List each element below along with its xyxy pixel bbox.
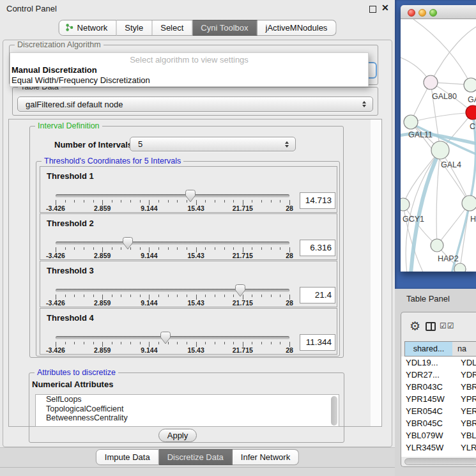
gal11-node[interactable] xyxy=(404,115,418,129)
horizontal-scrollbar-thumb[interactable] xyxy=(404,458,476,465)
slider-tick xyxy=(233,342,234,344)
algorithm-option-manual-discretization[interactable]: Manual Discretization xyxy=(10,65,368,75)
slider-tick-label: -3.426 xyxy=(46,299,65,307)
slider-thumb[interactable] xyxy=(160,332,171,344)
cell-shared-name: YDR27... xyxy=(406,370,440,380)
cell-shared-name: YLR345W xyxy=(406,443,443,452)
attribute-list-item[interactable]: SelfLoops xyxy=(36,395,339,404)
table-panel-title: Table Panel xyxy=(406,294,450,303)
table-row[interactable]: YIL052CYIL0 xyxy=(404,454,476,457)
tab-cyni-toolbox[interactable]: Cyni Toolbox xyxy=(192,20,257,36)
node-label-hap2: HAP2 xyxy=(438,254,459,263)
algorithm-option-equal-width-frequency-discretization[interactable]: Equal Width/Frequency Discretization xyxy=(10,75,368,85)
threshold-label: Threshold 1 xyxy=(47,171,94,181)
tab-label: Infer Network xyxy=(241,452,290,462)
threshold-value-field[interactable]: 11.344 xyxy=(300,334,335,351)
apply-button[interactable]: Apply xyxy=(158,429,197,442)
zoom-traffic-light-icon[interactable] xyxy=(429,9,437,17)
gear-icon[interactable]: ⚙ xyxy=(410,319,420,334)
table-data-combobox[interactable]: galFiltered.sif default node xyxy=(17,96,373,112)
float-window-icon[interactable] xyxy=(369,6,376,13)
minimize-traffic-light-icon[interactable] xyxy=(418,9,426,17)
network-canvas[interactable]: GAL80GACGAL11GAL4GCY1HHAP2 xyxy=(401,19,476,272)
slider-tick-label: 9.144 xyxy=(141,204,157,212)
top-right-node[interactable] xyxy=(464,78,476,92)
tab-impute-data[interactable]: Impute Data xyxy=(96,449,159,465)
close-icon[interactable]: ✕ xyxy=(381,3,389,13)
slider-tick xyxy=(205,200,206,203)
slider-thumb[interactable] xyxy=(123,237,133,250)
table-row[interactable]: YPR145WYPR1 xyxy=(404,393,476,405)
tab-network[interactable]: Network xyxy=(59,20,117,36)
close-traffic-light-icon[interactable] xyxy=(408,9,415,17)
threshold-value-field[interactable]: 14.713 xyxy=(300,192,335,209)
vertical-scrollbar-track[interactable] xyxy=(371,119,381,426)
slider-tick xyxy=(233,247,234,250)
threshold-value-field[interactable]: 6.316 xyxy=(300,240,335,256)
tab-label: Style xyxy=(125,23,143,33)
slider-tick xyxy=(168,247,169,250)
tab-select[interactable]: Select xyxy=(152,20,192,36)
tab-jactivemnodules[interactable]: jActiveMNodules xyxy=(257,20,337,36)
table-row[interactable]: YLR345WYLR3 xyxy=(404,441,476,454)
slider-tick xyxy=(271,295,272,297)
tab-style[interactable]: Style xyxy=(116,20,152,36)
attribute-list-item[interactable]: TopologicalCoefficient xyxy=(36,404,339,414)
gal4-node[interactable] xyxy=(431,141,449,159)
slider-tick xyxy=(205,247,206,250)
attribute-list-item[interactable]: BetweennessCentrality xyxy=(36,413,339,423)
right-node[interactable] xyxy=(462,196,476,211)
right-side-panels: GAL80GACGAL11GAL4GCY1HHAP2 Table Panel ⚙… xyxy=(395,0,476,476)
slider-thumb[interactable] xyxy=(185,190,196,203)
slider-track[interactable] xyxy=(56,194,289,197)
table-row[interactable]: YBL079WYBL0 xyxy=(404,429,476,441)
slider-tick-label: 21.715 xyxy=(233,252,253,259)
network-window-titlebar xyxy=(401,5,476,19)
table-toolbar: ⚙ ☑☑ xyxy=(401,312,476,341)
slider-track[interactable] xyxy=(56,289,289,292)
column-header-name[interactable]: na xyxy=(452,341,476,357)
table-data-value: galFiltered.sif default node xyxy=(26,100,123,109)
table-row[interactable]: YBR045CYBR0 xyxy=(404,417,476,429)
algorithm-placeholder: Select algorithm to view settings xyxy=(10,53,368,65)
cell-shared-name: YIL052C xyxy=(406,455,438,457)
slider-tick-label: 21.715 xyxy=(233,204,253,212)
table-row[interactable]: YDR27...YDR2 xyxy=(404,369,476,381)
slider-tick xyxy=(158,342,159,344)
list-scrollbar-thumb[interactable] xyxy=(331,396,337,426)
tab-discretize-data[interactable]: Discretize Data xyxy=(159,449,233,465)
checkbox-icons[interactable]: ☑☑ xyxy=(440,321,455,330)
slider-tick xyxy=(280,200,280,203)
slider-thumb[interactable] xyxy=(235,284,245,297)
cell-name: YER0 xyxy=(461,406,476,416)
network-icon xyxy=(66,21,74,29)
number-of-intervals-combobox[interactable]: 5 xyxy=(130,137,296,151)
gal80-node[interactable] xyxy=(424,75,438,89)
table-row[interactable]: YBR043CYBR0 xyxy=(404,381,476,393)
cell-name: YBR0 xyxy=(461,418,476,428)
table-row[interactable]: YDL19...YDL1 xyxy=(404,357,476,369)
red-node[interactable] xyxy=(466,105,476,119)
threshold-value-field[interactable]: 21.4 xyxy=(300,287,335,303)
slider-tick xyxy=(177,247,178,250)
slider-tick xyxy=(187,247,187,250)
numerical-attributes-list[interactable]: SelfLoopsTopologicalCoefficientBetweenne… xyxy=(35,394,339,427)
slider-tick xyxy=(205,342,206,344)
node-label-gal11: GAL11 xyxy=(408,130,433,139)
table-row[interactable]: YER054CYER0 xyxy=(404,405,476,417)
slider-tick xyxy=(74,295,75,297)
slider-track[interactable] xyxy=(56,242,289,245)
control-panel-titlebar: Control Panel ✕ xyxy=(0,0,395,17)
slider-tick xyxy=(280,247,280,250)
hap2-node[interactable] xyxy=(431,239,443,252)
number-of-intervals-value: 5 xyxy=(138,139,142,149)
gcy1-node[interactable] xyxy=(401,198,410,211)
split-columns-icon[interactable] xyxy=(426,322,436,331)
cell-shared-name: YER054C xyxy=(406,406,443,416)
tab-infer-network[interactable]: Infer Network xyxy=(233,449,299,465)
slider-tick xyxy=(65,200,66,203)
tab-label: Select xyxy=(160,23,183,33)
column-header-shared-name[interactable]: shared... xyxy=(404,341,453,357)
bottom-node[interactable] xyxy=(454,263,466,272)
slider-track[interactable] xyxy=(56,336,289,339)
